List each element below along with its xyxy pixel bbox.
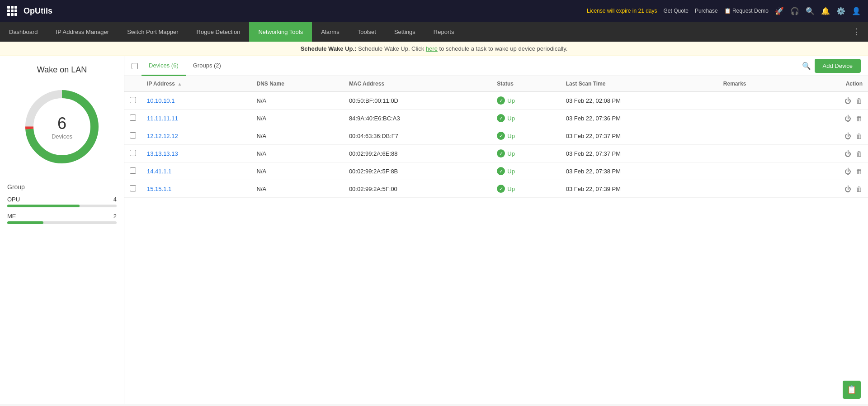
delete-icon-0[interactable]: 🗑 — [856, 97, 863, 105]
search-icon[interactable]: 🔍 — [806, 7, 815, 15]
nav-reports[interactable]: Reports — [425, 22, 463, 42]
cell-remarks-2 — [718, 127, 799, 145]
nav-more-icon[interactable]: ⋮ — [845, 27, 868, 37]
checkbox-3[interactable] — [130, 150, 136, 156]
ip-link-2[interactable]: 12.12.12.12 — [147, 133, 178, 139]
cell-ip-2: 12.12.12.12 — [142, 127, 251, 145]
nav-switch-port-mapper[interactable]: Switch Port Mapper — [118, 22, 187, 42]
app-branding: OpUtils — [7, 6, 52, 16]
th-action: Action — [799, 76, 868, 92]
checkbox-0[interactable] — [130, 97, 136, 103]
th-ip-address[interactable]: IP Address ▲ — [142, 76, 251, 92]
tab-groups[interactable]: Groups (2) — [186, 56, 228, 76]
checkbox-2[interactable] — [130, 132, 136, 139]
wake-icon-3[interactable]: ⏻ — [844, 150, 851, 158]
cell-action-4: ⏻ 🗑 — [799, 162, 868, 180]
cell-remarks-4 — [718, 162, 799, 180]
row-checkbox-1 — [124, 110, 142, 127]
th-status: Status — [491, 76, 560, 92]
wake-icon-0[interactable]: ⏻ — [844, 97, 851, 105]
delete-icon-3[interactable]: 🗑 — [856, 150, 863, 158]
banner-link[interactable]: here — [426, 45, 438, 52]
cell-action-1: ⏻ 🗑 — [799, 110, 868, 127]
th-checkbox — [124, 76, 142, 92]
search-button[interactable]: 🔍 — [798, 62, 815, 70]
table-row: 11.11.11.11 N/A 84:9A:40:E6:BC:A3 ✓ Up 0… — [124, 110, 868, 127]
add-device-button[interactable]: Add Device — [815, 59, 861, 73]
purchase-link[interactable]: Purchase — [695, 8, 718, 14]
settings-icon[interactable]: ⚙️ — [836, 7, 845, 15]
checkbox-4[interactable] — [130, 167, 136, 174]
group-count-opu: 4 — [113, 196, 117, 203]
nav-toolset[interactable]: Toolset — [349, 22, 385, 42]
table-row: 15.15.1.1 N/A 00:02:99:2A:5F:00 ✓ Up 03 … — [124, 180, 868, 198]
banner-bold: Schedule Wake Up.: — [301, 45, 357, 52]
tab-devices[interactable]: Devices (6) — [142, 56, 186, 76]
cell-mac-1: 84:9A:40:E6:BC:A3 — [344, 110, 491, 127]
sidebar-title: Wake on LAN — [37, 65, 87, 75]
wake-icon-1[interactable]: ⏻ — [844, 115, 851, 122]
status-text-5: Up — [507, 186, 515, 192]
wake-icon-5[interactable]: ⏻ — [844, 185, 851, 193]
delete-icon-1[interactable]: 🗑 — [856, 115, 863, 122]
cell-dns-1: N/A — [251, 110, 344, 127]
group-item-opu: OPU 4 — [7, 196, 117, 207]
license-text: License will expire in 21 days — [587, 8, 657, 14]
status-dot-5: ✓ — [497, 185, 505, 193]
ip-link-0[interactable]: 10.10.10.1 — [147, 97, 175, 104]
cell-status-4: ✓ Up — [491, 162, 560, 180]
cell-remarks-3 — [718, 145, 799, 162]
schedule-banner: Schedule Wake Up.: Schedule Wake Up. Cli… — [0, 42, 868, 56]
group-header: Group — [7, 183, 117, 191]
cell-status-0: ✓ Up — [491, 92, 560, 110]
sidebar: Wake on LAN 6 Devices Group — [0, 56, 124, 404]
table-row: 13.13.13.13 N/A 00:02:99:2A:6E:88 ✓ Up 0… — [124, 145, 868, 162]
nav-dashboard[interactable]: Dashboard — [0, 22, 47, 42]
cell-status-2: ✓ Up — [491, 127, 560, 145]
checkbox-1[interactable] — [130, 115, 136, 121]
get-quote-link[interactable]: Get Quote — [664, 8, 689, 14]
bottom-right-action-button[interactable]: 📋 — [843, 381, 861, 399]
content-area: Devices (6) Groups (2) 🔍 Add Device IP A… — [124, 56, 868, 404]
nav-rogue-detection[interactable]: Rogue Detection — [188, 22, 250, 42]
status-text-1: Up — [507, 115, 515, 122]
user-avatar[interactable]: 👤 — [852, 7, 861, 15]
nav-alarms[interactable]: Alarms — [312, 22, 348, 42]
wake-icon-4[interactable]: ⏻ — [844, 167, 851, 175]
top-bar-right: License will expire in 21 days Get Quote… — [587, 7, 861, 15]
nav-ip-address-manager[interactable]: IP Address Manager — [47, 22, 118, 42]
ip-link-3[interactable]: 13.13.13.13 — [147, 150, 178, 157]
headset-icon[interactable]: 🎧 — [790, 7, 799, 15]
rocket-icon[interactable]: 🚀 — [775, 7, 784, 15]
cell-action-2: ⏻ 🗑 — [799, 127, 868, 145]
ip-link-5[interactable]: 15.15.1.1 — [147, 186, 171, 192]
delete-icon-4[interactable]: 🗑 — [856, 167, 863, 175]
nav-networking-tools[interactable]: Networking Tools — [249, 22, 312, 42]
cell-action-3: ⏻ 🗑 — [799, 145, 868, 162]
group-count-me: 2 — [113, 213, 117, 220]
ip-link-4[interactable]: 14.41.1.1 — [147, 168, 171, 175]
status-dot-4: ✓ — [497, 167, 505, 175]
group-bar-bg-me — [7, 221, 117, 224]
main-layout: Wake on LAN 6 Devices Group — [0, 56, 868, 404]
devices-table-wrapper: IP Address ▲ DNS Name MAC Address Status… — [124, 76, 868, 404]
status-dot-2: ✓ — [497, 132, 505, 140]
tabs-toolbar: Devices (6) Groups (2) 🔍 Add Device — [124, 56, 868, 76]
delete-icon-5[interactable]: 🗑 — [856, 185, 863, 193]
delete-icon-2[interactable]: 🗑 — [856, 132, 863, 140]
nav-settings[interactable]: Settings — [385, 22, 425, 42]
device-count: 6 — [52, 114, 72, 133]
select-all-checkbox[interactable] — [132, 63, 138, 69]
status-text-0: Up — [507, 97, 515, 104]
cell-dns-3: N/A — [251, 145, 344, 162]
cell-status-5: ✓ Up — [491, 180, 560, 198]
ip-link-1[interactable]: 11.11.11.11 — [147, 115, 178, 122]
cell-mac-4: 00:02:99:2A:5F:8B — [344, 162, 491, 180]
cell-action-5: ⏻ 🗑 — [799, 180, 868, 198]
bell-icon[interactable]: 🔔 — [821, 7, 830, 15]
cell-scan-3: 03 Feb 22, 07:37 PM — [561, 145, 718, 162]
request-demo-link[interactable]: 📋 Request Demo — [724, 8, 769, 14]
grid-icon — [7, 6, 17, 16]
checkbox-5[interactable] — [130, 185, 136, 191]
wake-icon-2[interactable]: ⏻ — [844, 132, 851, 140]
